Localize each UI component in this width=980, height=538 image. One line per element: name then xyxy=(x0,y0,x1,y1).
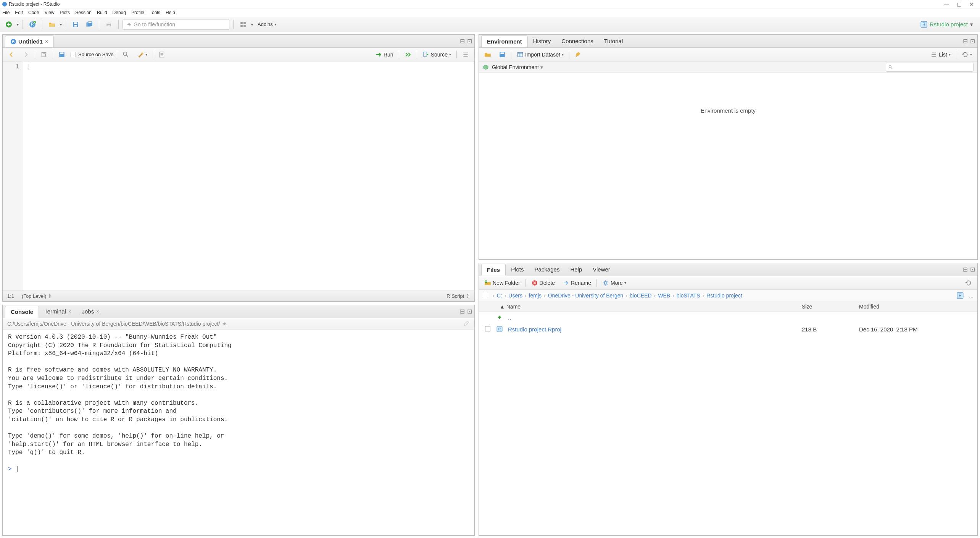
console-output[interactable]: R version 4.0.3 (2020-10-10) -- "Bunny-W… xyxy=(3,330,474,535)
tab-terminal[interactable]: Terminal × xyxy=(39,306,76,317)
new-file-button[interactable] xyxy=(3,19,15,29)
nav-back-button[interactable] xyxy=(6,50,17,60)
tab-connections[interactable]: Connections xyxy=(556,36,598,47)
minimize-button[interactable]: — xyxy=(944,1,949,7)
maximize-button[interactable]: ▢ xyxy=(957,1,962,7)
wand-button[interactable]: ▾ xyxy=(135,50,150,60)
tab-files[interactable]: Files xyxy=(481,264,506,276)
refresh-env-button[interactable] xyxy=(959,50,974,60)
minimize-files-icon[interactable]: ⊟ xyxy=(963,266,968,273)
save-button[interactable] xyxy=(70,19,81,29)
r-project-icon[interactable]: R xyxy=(957,292,964,299)
menu-debug[interactable]: Debug xyxy=(113,10,126,15)
popout-button[interactable] xyxy=(38,50,50,60)
refresh-files-button[interactable] xyxy=(963,278,974,288)
maximize-env-icon[interactable]: ⊡ xyxy=(970,37,975,45)
minimize-env-icon[interactable]: ⊟ xyxy=(963,37,968,45)
save-workspace-button[interactable] xyxy=(496,50,508,60)
col-modified-header[interactable]: Modified xyxy=(859,304,977,310)
save-source-button[interactable] xyxy=(56,50,68,60)
menu-profile[interactable]: Profile xyxy=(131,10,144,15)
menu-plots[interactable]: Plots xyxy=(60,10,70,15)
print-button[interactable] xyxy=(103,19,114,29)
minimize-pane-icon[interactable]: ⊟ xyxy=(460,37,465,45)
run-button[interactable]: Run xyxy=(373,50,396,60)
breadcrumb-item[interactable]: Rstudio project xyxy=(706,292,742,299)
breadcrumb-item[interactable]: C: xyxy=(497,292,502,299)
menu-edit[interactable]: Edit xyxy=(15,10,23,15)
lang-selector[interactable]: R Script ⇕ xyxy=(446,293,470,299)
close-tab-icon[interactable]: × xyxy=(45,39,48,44)
open-file-button[interactable] xyxy=(46,19,58,29)
menu-tools[interactable]: Tools xyxy=(150,10,160,15)
save-all-button[interactable] xyxy=(84,19,95,29)
delete-button[interactable]: Delete xyxy=(529,278,557,288)
breadcrumb-item[interactable]: Users xyxy=(508,292,522,299)
source-on-save-checkbox[interactable]: Source on Save xyxy=(71,52,114,57)
rerun-button[interactable] xyxy=(402,50,414,60)
scope-selector[interactable]: Global Environment ▾ xyxy=(492,64,543,70)
menu-view[interactable]: View xyxy=(45,10,55,15)
open-recent-dropdown[interactable] xyxy=(60,21,62,27)
maximize-console-icon[interactable]: ⊡ xyxy=(467,308,472,315)
grid-button[interactable] xyxy=(237,19,249,29)
env-search-input[interactable] xyxy=(886,63,974,72)
tab-jobs[interactable]: Jobs × xyxy=(76,306,104,317)
load-workspace-button[interactable] xyxy=(482,50,493,60)
tab-packages[interactable]: Packages xyxy=(529,264,565,275)
delete-icon xyxy=(531,280,538,286)
close-terminal-icon[interactable]: × xyxy=(68,309,71,314)
maximize-files-icon[interactable]: ⊡ xyxy=(970,266,975,273)
menu-build[interactable]: Build xyxy=(97,10,107,15)
tab-tutorial[interactable]: Tutorial xyxy=(599,36,628,47)
col-name-header[interactable]: ▲ Name xyxy=(496,304,802,310)
new-project-button[interactable]: R xyxy=(27,19,38,29)
broom-icon[interactable] xyxy=(463,320,470,327)
goto-file-input[interactable]: Go to file/function xyxy=(122,19,229,30)
notebook-button[interactable] xyxy=(156,50,168,60)
tab-viewer[interactable]: Viewer xyxy=(587,264,616,275)
editor-content[interactable]: | xyxy=(23,61,474,291)
menu-file[interactable]: File xyxy=(2,10,10,15)
file-checkbox[interactable] xyxy=(485,326,490,331)
project-selector[interactable]: R Rstudio project ▾ xyxy=(920,21,977,28)
scope-selector[interactable]: (Top Level) ⇕ xyxy=(22,293,52,299)
nav-forward-button[interactable] xyxy=(20,50,32,60)
menu-code[interactable]: Code xyxy=(28,10,39,15)
rename-button[interactable]: Rename xyxy=(560,278,593,288)
clear-env-button[interactable] xyxy=(572,50,584,60)
outline-button[interactable] xyxy=(460,50,471,60)
tab-environment[interactable]: Environment xyxy=(481,36,528,47)
close-jobs-icon[interactable]: × xyxy=(96,309,99,314)
tab-help[interactable]: Help xyxy=(565,264,587,275)
new-folder-button[interactable]: New Folder xyxy=(482,278,522,288)
more-path-button[interactable]: ... xyxy=(969,292,974,299)
source-tab[interactable]: R Untitled1 × xyxy=(5,36,54,47)
menu-session[interactable]: Session xyxy=(75,10,92,15)
grid-dropdown[interactable] xyxy=(251,21,253,27)
more-button[interactable]: More xyxy=(600,278,629,288)
select-all-checkbox[interactable] xyxy=(483,293,488,298)
find-button[interactable] xyxy=(120,50,132,60)
minimize-console-icon[interactable]: ⊟ xyxy=(460,308,465,315)
breadcrumb-item[interactable]: OneDrive - University of Bergen xyxy=(548,292,624,299)
file-row[interactable]: R Rstudio project.Rproj 218 B Dec 16, 20… xyxy=(479,323,977,335)
parent-dir-row[interactable]: .. xyxy=(479,312,977,323)
new-file-dropdown[interactable] xyxy=(17,21,19,27)
import-dataset-button[interactable]: Import Dataset xyxy=(514,50,566,60)
source-editor[interactable]: 1 | xyxy=(3,61,474,291)
tab-console[interactable]: Console xyxy=(5,306,39,318)
tab-history[interactable]: History xyxy=(528,36,556,47)
breadcrumb-item[interactable]: WEB xyxy=(658,292,670,299)
maximize-pane-icon[interactable]: ⊡ xyxy=(467,37,472,45)
breadcrumb-item[interactable]: bioCEED xyxy=(630,292,652,299)
breadcrumb-item[interactable]: bioSTATS xyxy=(677,292,700,299)
close-button[interactable]: ✕ xyxy=(969,1,974,7)
tab-plots[interactable]: Plots xyxy=(506,264,529,275)
source-dropdown-button[interactable]: Source xyxy=(420,50,453,60)
breadcrumb-item[interactable]: femjs xyxy=(529,292,542,299)
addins-button[interactable]: Addins xyxy=(255,20,279,29)
col-size-header[interactable]: Size xyxy=(802,304,859,310)
list-view-button[interactable]: List xyxy=(928,50,953,60)
menu-help[interactable]: Help xyxy=(166,10,175,15)
